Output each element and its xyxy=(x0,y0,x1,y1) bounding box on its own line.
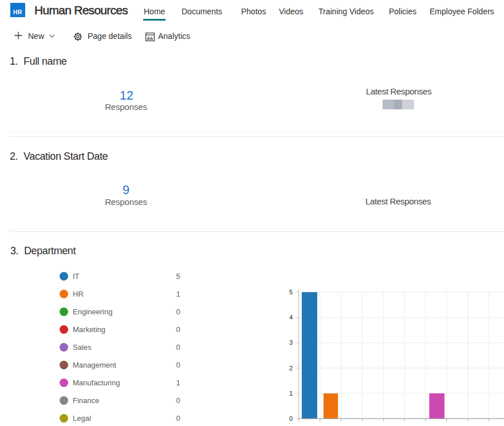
svg-text:3: 3 xyxy=(289,339,293,346)
svg-text:0: 0 xyxy=(289,415,293,422)
svg-text:1: 1 xyxy=(289,390,293,397)
svg-text:2: 2 xyxy=(289,365,293,372)
svg-text:5: 5 xyxy=(289,289,293,295)
svg-text:4: 4 xyxy=(289,314,293,321)
